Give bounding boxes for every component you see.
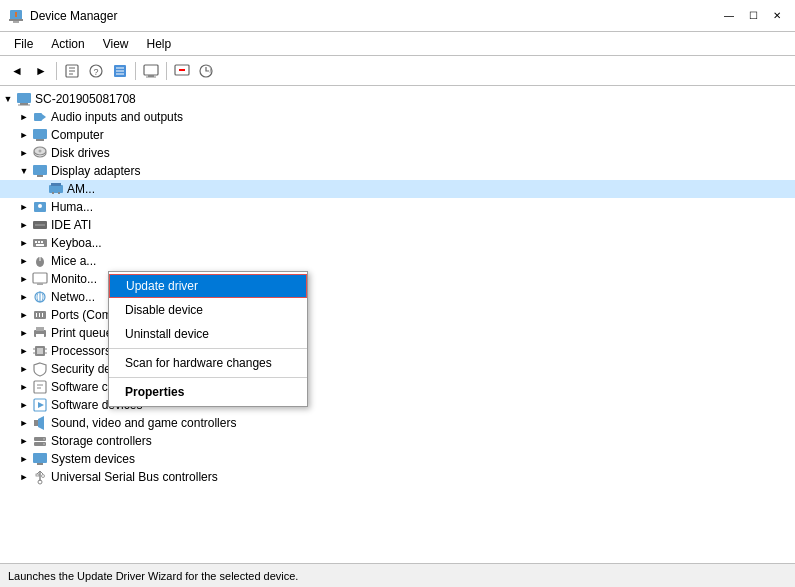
keyboard-icon (32, 235, 48, 251)
title-left: Device Manager (8, 8, 117, 24)
menu-file[interactable]: File (6, 35, 41, 53)
print-expand-icon[interactable]: ► (16, 325, 32, 341)
tree-item-mice[interactable]: ► Mice a... (0, 252, 795, 270)
ports-expand-icon[interactable]: ► (16, 307, 32, 323)
security-expand-icon[interactable]: ► (16, 361, 32, 377)
svg-rect-78 (37, 463, 43, 465)
tree-item-display[interactable]: ▼ Display adapters (0, 162, 795, 180)
ctx-scan-hardware[interactable]: Scan for hardware changes (109, 351, 307, 375)
computer-expand-icon[interactable]: ► (16, 127, 32, 143)
back-button[interactable]: ◄ (6, 60, 28, 82)
ctx-sep-1 (109, 348, 307, 349)
main-content: ▼ SC-201905081708 ► Audio inputs and out… (0, 86, 795, 563)
minimize-button[interactable]: — (719, 6, 739, 26)
monitor-icon (143, 63, 159, 79)
menu-action[interactable]: Action (43, 35, 92, 53)
software-comp-expand-icon[interactable]: ► (16, 379, 32, 395)
storage-label: Storage controllers (51, 434, 152, 448)
disk-label: Disk drives (51, 146, 110, 160)
scan-button[interactable] (195, 60, 217, 82)
usb-icon (32, 469, 48, 485)
tree-item-usb[interactable]: ► Universal Serial Bus controllers (0, 468, 795, 486)
context-menu: Update driver Disable device Uninstall d… (108, 271, 308, 407)
mouse-icon (32, 253, 48, 269)
network-expand-icon[interactable]: ► (16, 289, 32, 305)
sound-icon (32, 415, 48, 431)
monitors-expand-icon[interactable]: ► (16, 271, 32, 287)
gpu-icon (48, 181, 64, 197)
software-dev-expand-icon[interactable]: ► (16, 397, 32, 413)
tree-item-keyboard[interactable]: ► Keyboa... (0, 234, 795, 252)
tree-item-system[interactable]: ► System devices (0, 450, 795, 468)
svg-rect-24 (34, 113, 42, 121)
svg-rect-77 (33, 453, 47, 463)
tree-item-human[interactable]: ► Huma... (0, 198, 795, 216)
svg-point-75 (43, 438, 45, 440)
system-icon (32, 451, 48, 467)
tree-item-storage[interactable]: ► Storage controllers (0, 432, 795, 450)
root-expand-icon[interactable]: ▼ (0, 91, 16, 107)
system-label: System devices (51, 452, 135, 466)
svg-rect-36 (58, 192, 60, 194)
processors-expand-icon[interactable]: ► (16, 343, 32, 359)
tree-item-amd[interactable]: AM... (0, 180, 795, 198)
storage-icon (32, 433, 48, 449)
computer-label: Computer (51, 128, 104, 142)
svg-point-4 (15, 12, 17, 14)
human-expand-icon[interactable]: ► (16, 199, 32, 215)
tree-item-sound[interactable]: ► Sound, video and game controllers (0, 414, 795, 432)
tree-root[interactable]: ▼ SC-201905081708 (0, 90, 795, 108)
monitor-tree-icon (32, 271, 48, 287)
usb-expand-icon[interactable]: ► (16, 469, 32, 485)
audio-expand-icon[interactable]: ► (16, 109, 32, 125)
sound-expand-icon[interactable]: ► (16, 415, 32, 431)
svg-rect-34 (51, 183, 61, 186)
svg-rect-81 (36, 474, 39, 476)
app-icon (8, 8, 24, 24)
close-button[interactable]: ✕ (767, 6, 787, 26)
list-view-button[interactable] (109, 60, 131, 82)
device-tree[interactable]: ▼ SC-201905081708 ► Audio inputs and out… (0, 86, 795, 563)
properties-button[interactable] (61, 60, 83, 82)
maximize-button[interactable]: ☐ (743, 6, 763, 26)
human-label: Huma... (51, 200, 93, 214)
mice-expand-icon[interactable]: ► (16, 253, 32, 269)
svg-rect-66 (34, 381, 46, 393)
monitor-button[interactable] (140, 60, 162, 82)
processors-label: Processors (51, 344, 111, 358)
storage-expand-icon[interactable]: ► (16, 433, 32, 449)
svg-rect-56 (42, 313, 43, 317)
title-controls: — ☐ ✕ (719, 6, 787, 26)
ide-label: IDE ATI (51, 218, 91, 232)
disk-expand-icon[interactable]: ► (16, 145, 32, 161)
tree-item-disk[interactable]: ► Disk drives (0, 144, 795, 162)
svg-rect-45 (36, 244, 44, 246)
audio-icon (32, 109, 48, 125)
forward-button[interactable]: ► (30, 60, 52, 82)
tree-item-computer[interactable]: ► Computer (0, 126, 795, 144)
status-text: Launches the Update Driver Wizard for th… (8, 570, 298, 582)
list-icon (112, 63, 128, 79)
ctx-disable-device[interactable]: Disable device (109, 298, 307, 322)
svg-point-38 (38, 204, 42, 208)
ctx-update-driver[interactable]: Update driver (109, 274, 307, 298)
menu-view[interactable]: View (95, 35, 137, 53)
uninstall-button[interactable] (171, 60, 193, 82)
ide-expand-icon[interactable]: ► (16, 217, 32, 233)
menu-bar: File Action View Help (0, 32, 795, 56)
svg-rect-48 (33, 273, 47, 283)
display-expand-icon[interactable]: ▼ (16, 163, 32, 179)
tree-item-audio[interactable]: ► Audio inputs and outputs (0, 108, 795, 126)
svg-rect-43 (38, 241, 40, 243)
computer-icon (16, 91, 32, 107)
menu-help[interactable]: Help (139, 35, 180, 53)
system-expand-icon[interactable]: ► (16, 451, 32, 467)
svg-rect-27 (36, 139, 44, 141)
help-button[interactable]: ? (85, 60, 107, 82)
keyboard-expand-icon[interactable]: ► (16, 235, 32, 251)
ctx-uninstall-device[interactable]: Uninstall device (109, 322, 307, 346)
ctx-properties[interactable]: Properties (109, 380, 307, 404)
svg-point-82 (42, 475, 45, 478)
tree-item-ide[interactable]: ► IDE ATI (0, 216, 795, 234)
ide-icon (32, 217, 48, 233)
